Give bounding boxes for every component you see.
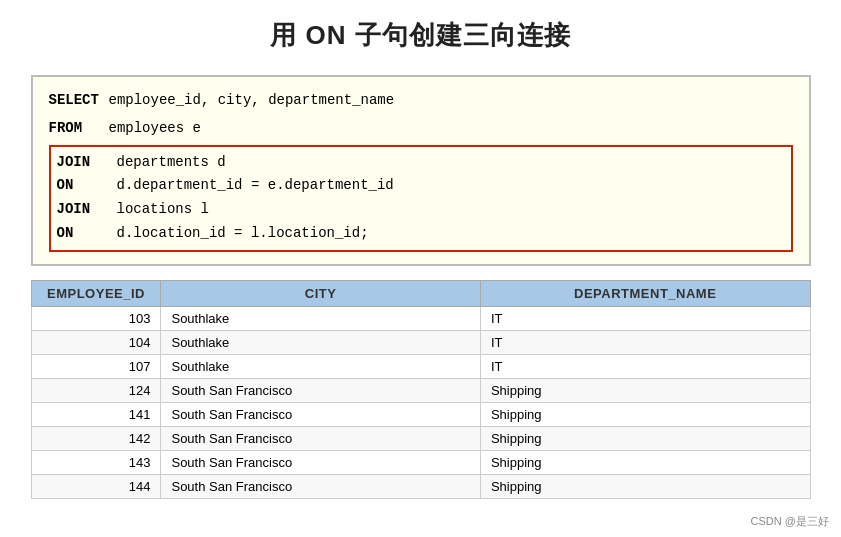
table-row: 104SouthlakeIT xyxy=(31,330,810,354)
cell-employee-id: 124 xyxy=(31,378,161,402)
table-row: 142South San FranciscoShipping xyxy=(31,426,810,450)
sql-content-on1: d.department_id = e.department_id xyxy=(117,174,394,198)
cell-city: South San Francisco xyxy=(161,450,480,474)
table-row: 144South San FranciscoShipping xyxy=(31,474,810,498)
cell-employee-id: 104 xyxy=(31,330,161,354)
table-row: 103SouthlakeIT xyxy=(31,306,810,330)
cell-city: South San Francisco xyxy=(161,474,480,498)
sql-keyword-on2: ON xyxy=(57,222,117,246)
page-title: 用 ON 子句创建三向连接 xyxy=(270,18,570,53)
watermark: CSDN @是三好 xyxy=(751,514,829,529)
col-header-department-name: DEPARTMENT_NAME xyxy=(480,280,810,306)
table-row: 141South San FranciscoShipping xyxy=(31,402,810,426)
cell-city: South San Francisco xyxy=(161,378,480,402)
cell-city: Southlake xyxy=(161,330,480,354)
result-table: EMPLOYEE_ID CITY DEPARTMENT_NAME 103Sout… xyxy=(31,280,811,499)
sql-keyword-join1: JOIN xyxy=(57,151,117,175)
cell-employee-id: 107 xyxy=(31,354,161,378)
cell-employee-id: 144 xyxy=(31,474,161,498)
sql-join-block: JOIN departments d ON d.department_id = … xyxy=(49,145,793,252)
cell-department: Shipping xyxy=(480,426,810,450)
cell-department: Shipping xyxy=(480,402,810,426)
sql-keyword-on1: ON xyxy=(57,174,117,198)
sql-content-on2: d.location_id = l.location_id; xyxy=(117,222,369,246)
col-header-employee-id: EMPLOYEE_ID xyxy=(31,280,161,306)
sql-content-from: employees e xyxy=(109,117,201,141)
table-row: 124South San FranciscoShipping xyxy=(31,378,810,402)
cell-department: IT xyxy=(480,306,810,330)
cell-department: Shipping xyxy=(480,474,810,498)
cell-city: South San Francisco xyxy=(161,402,480,426)
sql-keyword-select: SELECT xyxy=(49,89,109,113)
table-row: 107SouthlakeIT xyxy=(31,354,810,378)
cell-employee-id: 141 xyxy=(31,402,161,426)
cell-city: Southlake xyxy=(161,306,480,330)
cell-employee-id: 142 xyxy=(31,426,161,450)
sql-content-join1: departments d xyxy=(117,151,226,175)
cell-employee-id: 143 xyxy=(31,450,161,474)
sql-code-block: SELECT employee_id, city, department_nam… xyxy=(31,75,811,266)
cell-city: Southlake xyxy=(161,354,480,378)
cell-department: IT xyxy=(480,330,810,354)
sql-keyword-from: FROM xyxy=(49,117,109,141)
cell-department: IT xyxy=(480,354,810,378)
table-row: 143South San FranciscoShipping xyxy=(31,450,810,474)
col-header-city: CITY xyxy=(161,280,480,306)
cell-department: Shipping xyxy=(480,378,810,402)
sql-keyword-join2: JOIN xyxy=(57,198,117,222)
cell-employee-id: 103 xyxy=(31,306,161,330)
cell-city: South San Francisco xyxy=(161,426,480,450)
sql-content-select: employee_id, city, department_name xyxy=(109,89,395,113)
table-header-row: EMPLOYEE_ID CITY DEPARTMENT_NAME xyxy=(31,280,810,306)
cell-department: Shipping xyxy=(480,450,810,474)
sql-content-join2: locations l xyxy=(117,198,209,222)
